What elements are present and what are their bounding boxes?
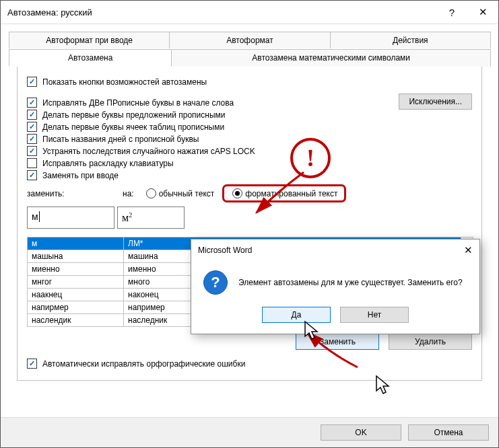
confirm-dialog: Microsoft Word ✕ ? Элемент автозамены дл… xyxy=(191,239,480,334)
tab-autoformat-typing[interactable]: Автоформат при вводе xyxy=(9,32,170,48)
replace-with-row: заменить: на: обычный текст форматирован… xyxy=(27,184,472,202)
table-header-col1: м xyxy=(28,237,124,250)
checkbox-days[interactable]: ✓ Писать названия дней с прописной буквы xyxy=(27,134,472,144)
yes-button[interactable]: Да xyxy=(262,307,331,323)
checkbox-label: Устранять последствия случайного нажатия… xyxy=(42,147,255,156)
checkbox-first-cells[interactable]: ✓ Делать первые буквы ячеек таблиц пропи… xyxy=(27,122,472,132)
check-icon: ✓ xyxy=(27,134,37,144)
confirm-close-button[interactable]: ✕ xyxy=(464,244,473,256)
tabs-row-2: Автозамена Автозамена математическими си… xyxy=(9,48,490,67)
table-cell: мнгог xyxy=(28,276,124,288)
checkbox-label: Исправлять ДВе ПРописные буквы в начале … xyxy=(42,98,234,108)
table-cell: напирмер xyxy=(28,301,124,313)
check-icon: ✓ xyxy=(27,158,37,168)
titlebar: Автозамена: русский ? ✕ xyxy=(1,1,498,24)
label-with: на: xyxy=(123,189,134,198)
check-icon: ✓ xyxy=(27,98,37,108)
checkbox-label: Делать первые буквы ячеек таблиц прописн… xyxy=(42,122,224,132)
label-replace: заменить: xyxy=(27,189,114,198)
radio-formatted-text[interactable]: форматированный текст xyxy=(232,188,337,198)
annotation-formatted-highlight: форматированный текст xyxy=(222,184,346,202)
confirm-title: Microsoft Word xyxy=(198,246,252,255)
tab-actions[interactable]: Действия xyxy=(330,32,491,48)
dialog-footer: OK Отмена xyxy=(1,417,498,447)
ok-button[interactable]: OK xyxy=(321,424,401,441)
checkbox-show-buttons[interactable]: ✓ Показать кнопки возможностей автозамен… xyxy=(27,77,472,87)
tab-math-autocorrect[interactable]: Автозамена математическими символами xyxy=(171,49,491,67)
confirm-text: Элемент автозамены для м уже существует.… xyxy=(238,278,463,287)
table-action-row: Заменить Удалить xyxy=(27,334,472,350)
checkbox-label: Автоматически исправлять орфографические… xyxy=(42,359,245,369)
check-icon: ✓ xyxy=(27,170,37,180)
checkbox-label: Исправлять раскладку клавиатуры xyxy=(42,159,174,168)
radio-plain-label: обычный текст xyxy=(159,189,215,198)
confirm-footer: Да Нет xyxy=(191,301,479,334)
radio-icon xyxy=(146,188,156,198)
check-icon: ✓ xyxy=(27,110,37,120)
check-icon: ✓ xyxy=(27,359,37,369)
table-cell: машына xyxy=(28,250,124,262)
close-button[interactable]: ✕ xyxy=(467,1,498,24)
check-icon: ✓ xyxy=(27,77,37,87)
check-icon: ✓ xyxy=(27,146,37,156)
confirm-body: ? Элемент автозамены для м уже существуе… xyxy=(191,261,479,301)
table-cell: наакнец xyxy=(28,289,124,301)
no-button[interactable]: Нет xyxy=(340,307,409,323)
with-input-value: м xyxy=(122,212,129,223)
checkbox-label: Писать названия дней с прописной буквы xyxy=(42,135,199,144)
checkbox-keyboard[interactable]: ✓ Исправлять раскладку клавиатуры xyxy=(27,158,472,168)
checkbox-label: Делать первые буквы предложений прописны… xyxy=(42,110,226,120)
checkbox-label: Заменять при вводе xyxy=(42,171,119,180)
tab-autoformat[interactable]: Автоформат xyxy=(169,32,330,48)
help-button[interactable]: ? xyxy=(436,1,467,24)
table-cell: миенно xyxy=(28,263,124,275)
replace-button[interactable]: Заменить xyxy=(296,334,379,350)
radio-plain-text[interactable]: обычный текст xyxy=(146,188,215,198)
table-cell: наслендик xyxy=(28,314,124,326)
replace-input[interactable]: м xyxy=(27,207,114,229)
checkbox-replace-typing[interactable]: ✓ Заменять при вводе xyxy=(27,170,472,180)
confirm-titlebar: Microsoft Word ✕ xyxy=(191,239,479,261)
cancel-button[interactable]: Отмена xyxy=(408,424,489,441)
with-input-sup: 2 xyxy=(129,211,132,219)
replace-inputs-row: м м2 xyxy=(27,207,472,229)
exceptions-button[interactable]: Исключения... xyxy=(399,94,472,110)
checkbox-label: Показать кнопки возможностей автозамены xyxy=(42,77,207,87)
radio-formatted-label: форматированный текст xyxy=(245,189,337,198)
radio-icon xyxy=(232,188,242,198)
tabs-row-1: Автоформат при вводе Автоформат Действия xyxy=(9,31,490,48)
check-icon: ✓ xyxy=(27,122,37,132)
dialog-title: Автозамена: русский xyxy=(7,7,436,17)
checkbox-capslock[interactable]: ✓ Устранять последствия случайного нажат… xyxy=(27,146,472,156)
delete-button[interactable]: Удалить xyxy=(389,334,472,350)
tab-autocorrect[interactable]: Автозамена xyxy=(9,49,172,67)
checkbox-first-sentence[interactable]: ✓ Делать первые буквы предложений пропис… xyxy=(27,110,472,120)
autocorrect-dialog: Автозамена: русский ? ✕ Автоформат при в… xyxy=(0,0,499,448)
checkbox-auto-spell[interactable]: ✓ Автоматически исправлять орфографическ… xyxy=(27,359,472,369)
replace-input-value: м xyxy=(32,211,38,222)
with-input[interactable]: м2 xyxy=(117,207,185,229)
question-icon: ? xyxy=(203,270,228,295)
